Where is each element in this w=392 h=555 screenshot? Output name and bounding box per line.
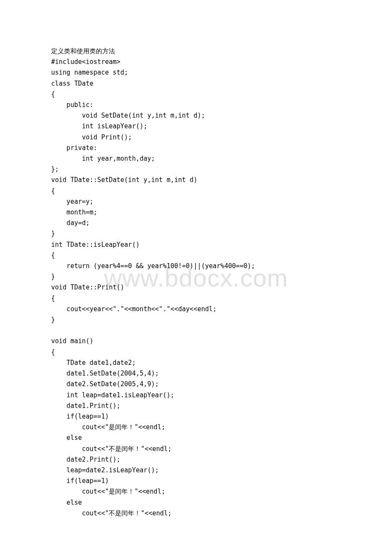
code-line: void Print(); [51,132,341,143]
code-line: month=m; [51,207,341,218]
code-line: { [51,89,341,100]
code-line: void SetDate(int y,int m,int d); [51,110,341,121]
code-line: class TDate [51,78,341,89]
code-line: else [51,497,341,508]
code-line: if(leap==1) [51,411,341,422]
code-line: return (year%4==0 && year%100!=0)||(year… [51,261,341,272]
code-line: else [51,433,341,443]
code-line: date1.SetDate(2004,5,4); [51,368,341,379]
code-line: cout<<"不是闰年！"<<endl; [51,508,341,519]
code-line: if(leap==1) [51,476,341,486]
code-line: { [51,250,341,261]
code-line: using namespace std; [51,67,341,78]
code-line: cout<<year<<"."<<month<<"."<<day<<endl; [51,304,341,315]
code-line [51,325,341,336]
code-line: int isLeapYear(); [51,121,341,132]
code-line: void main() [51,336,341,347]
code-line: } [51,228,341,239]
code-line: date1.Print(); [51,401,341,411]
code-line: year=y; [51,197,341,207]
code-line: #include<iostream> [51,57,341,67]
code-line: TDate date1,date2; [51,358,341,368]
code-line: private: [51,143,341,153]
code-line: int TDate::isLeapYear() [51,240,341,250]
code-line: { [51,186,341,197]
code-line: { [51,347,341,358]
code-line: cout<<"是闰年！"<<endl; [51,422,341,433]
code-line: day=d; [51,218,341,228]
code-line: date2.Print(); [51,454,341,465]
code-line: } [51,272,341,282]
code-line: cout<<"是闰年！"<<endl; [51,486,341,497]
code-line: int leap=date1.isLeapYear(); [51,390,341,401]
code-line: date2.SetDate(2005,4,9); [51,379,341,390]
code-line: leap=date2.isLeapYear(); [51,465,341,476]
code-line: { [51,293,341,304]
code-document: 定义类和使用类的方法#include<iostream>using namesp… [0,0,392,519]
code-line: void TDate::SetDate(int y,int m,int d) [51,175,341,185]
code-line: }; [51,164,341,175]
code-line: cout<<"不是闰年！"<<endl; [51,444,341,454]
code-line: } [51,315,341,325]
code-line: public: [51,100,341,110]
code-line: int year,month,day; [51,153,341,164]
code-line: void TDate::Print() [51,282,341,293]
code-line: 定义类和使用类的方法 [51,46,341,57]
